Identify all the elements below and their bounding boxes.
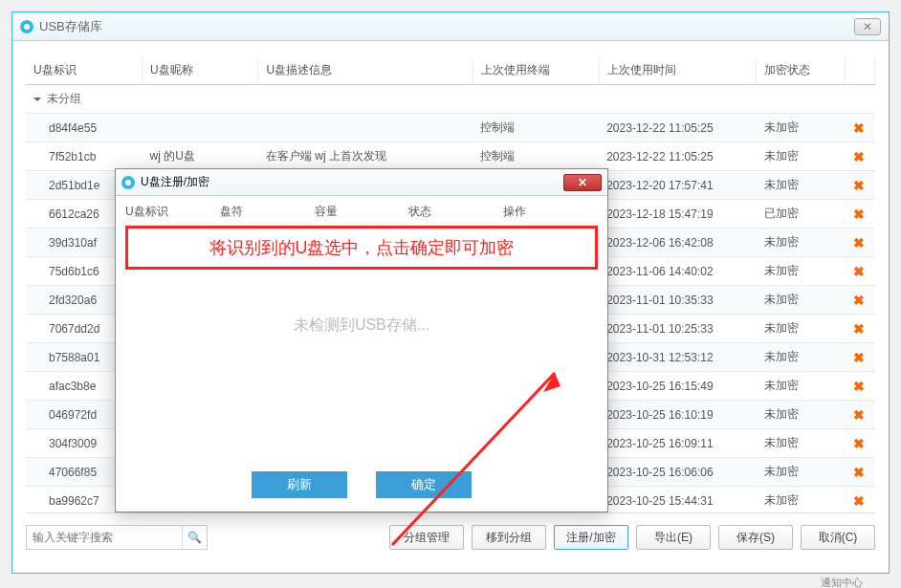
app-icon <box>20 20 33 33</box>
cell-term: 控制端 <box>472 142 599 171</box>
col-term[interactable]: 上次使用终端 <box>472 56 599 85</box>
group-label: 未分组 <box>47 92 81 105</box>
col-enc[interactable]: 加密状态 <box>757 56 846 85</box>
cell-delete[interactable]: ✖ <box>846 114 875 142</box>
refresh-button[interactable]: 刷新 <box>252 471 347 498</box>
cell-delete[interactable]: ✖ <box>846 171 875 200</box>
dcol-cap: 容量 <box>315 204 409 220</box>
window-title: USB存储库 <box>39 18 102 35</box>
dialog-titlebar: U盘注册/加密 ✕ <box>116 169 607 196</box>
search-input[interactable] <box>27 526 182 549</box>
dialog-columns: U盘标识 盘符 容量 状态 操作 <box>125 200 598 226</box>
cell-nick <box>142 114 257 142</box>
cell-enc: 未加密 <box>757 171 846 200</box>
cell-desc: 在客户端 wj 上首次发现 <box>258 142 472 171</box>
delete-icon[interactable]: ✖ <box>853 465 865 480</box>
cell-enc: 未加密 <box>757 315 846 343</box>
delete-icon[interactable]: ✖ <box>853 207 865 222</box>
table-row[interactable]: d84f4e55控制端2023-12-22 11:05:25未加密✖ <box>26 114 875 142</box>
cell-delete[interactable]: ✖ <box>846 200 875 229</box>
col-action <box>846 56 875 85</box>
dialog-title: U盘注册/加密 <box>141 174 209 190</box>
col-id[interactable]: U盘标识 <box>26 56 142 85</box>
cell-delete[interactable]: ✖ <box>846 401 875 429</box>
cell-delete[interactable]: ✖ <box>846 372 875 401</box>
dialog-buttons: 刷新 确定 <box>116 471 607 498</box>
move-group-button[interactable]: 移到分组 <box>472 525 546 550</box>
register-encrypt-dialog: U盘注册/加密 ✕ U盘标识 盘符 容量 状态 操作 将识别到的U盘选中，点击确… <box>115 168 608 512</box>
cell-enc: 未加密 <box>757 401 846 429</box>
search-icon[interactable]: 🔍 <box>182 526 207 549</box>
delete-icon[interactable]: ✖ <box>853 149 865 164</box>
delete-icon[interactable]: ✖ <box>853 379 865 394</box>
cell-time: 2023-12-06 16:42:08 <box>599 229 757 257</box>
cell-enc: 未加密 <box>757 429 846 458</box>
delete-icon[interactable]: ✖ <box>853 436 865 451</box>
cell-time: 2023-11-01 10:35:33 <box>599 286 757 315</box>
cell-delete[interactable]: ✖ <box>846 286 875 315</box>
cell-enc: 未加密 <box>757 487 846 514</box>
delete-icon[interactable]: ✖ <box>853 321 865 337</box>
notification-center[interactable]: 通知中心 <box>821 576 863 588</box>
cell-time: 2023-11-01 10:25:33 <box>599 315 757 343</box>
cell-enc: 未加密 <box>757 257 846 286</box>
col-nick[interactable]: U盘昵称 <box>142 56 257 85</box>
cell-enc: 未加密 <box>757 458 846 487</box>
cell-delete[interactable]: ✖ <box>846 343 875 372</box>
export-button[interactable]: 导出(E) <box>636 525 711 550</box>
cell-time: 2023-12-22 11:05:25 <box>599 142 757 171</box>
search-box: 🔍 <box>26 525 208 550</box>
save-button[interactable]: 保存(S) <box>718 525 793 550</box>
window-close-button[interactable]: ✕ <box>854 18 881 35</box>
cell-enc: 未加密 <box>757 114 846 142</box>
delete-icon[interactable]: ✖ <box>853 293 865 308</box>
expand-icon <box>33 98 41 101</box>
cell-time: 2023-10-25 16:15:49 <box>599 372 757 401</box>
cell-delete[interactable]: ✖ <box>846 315 875 343</box>
delete-icon[interactable]: ✖ <box>853 264 865 279</box>
cell-time: 2023-12-18 15:47:19 <box>599 200 757 229</box>
dcol-op: 操作 <box>503 204 598 220</box>
cell-time: 2023-10-25 15:44:31 <box>599 487 757 514</box>
dcol-id: U盘标识 <box>125 204 220 220</box>
cell-delete[interactable]: ✖ <box>846 487 875 514</box>
dcol-drive: 盘符 <box>220 204 315 220</box>
instruction-callout: 将识别到的U盘选中，点击确定即可加密 <box>125 226 598 270</box>
cell-enc: 未加密 <box>757 372 846 401</box>
delete-icon[interactable]: ✖ <box>853 407 865 423</box>
cell-enc: 未加密 <box>757 343 846 372</box>
col-time[interactable]: 上次使用时间 <box>599 56 757 85</box>
cancel-button[interactable]: 取消(C) <box>801 525 875 550</box>
cell-enc: 未加密 <box>757 229 846 257</box>
dialog-icon <box>121 176 135 189</box>
cell-nick: wj 的U盘 <box>142 142 257 171</box>
table-header-row: U盘标识 U盘昵称 U盘描述信息 上次使用终端 上次使用时间 加密状态 <box>26 56 875 85</box>
col-desc[interactable]: U盘描述信息 <box>258 56 472 85</box>
cell-enc: 未加密 <box>757 142 846 171</box>
delete-icon[interactable]: ✖ <box>853 350 865 365</box>
group-manage-button[interactable]: 分组管理 <box>389 525 464 550</box>
cell-time: 2023-10-25 16:09:11 <box>599 429 757 458</box>
dialog-close-button[interactable]: ✕ <box>563 174 602 191</box>
delete-icon[interactable]: ✖ <box>853 493 865 509</box>
dcol-state: 状态 <box>408 204 503 220</box>
table-row[interactable]: 7f52b1cbwj 的U盘在客户端 wj 上首次发现控制端2023-12-22… <box>26 142 875 171</box>
delete-icon[interactable]: ✖ <box>853 235 865 250</box>
cell-enc: 已加密 <box>757 200 846 229</box>
cell-delete[interactable]: ✖ <box>846 229 875 257</box>
cell-delete[interactable]: ✖ <box>846 257 875 286</box>
cell-delete[interactable]: ✖ <box>846 458 875 487</box>
cell-id: d84f4e55 <box>26 114 142 142</box>
cell-enc: 未加密 <box>757 286 846 315</box>
empty-message: 未检测到USB存储... <box>125 316 598 336</box>
cell-delete[interactable]: ✖ <box>846 429 875 458</box>
register-encrypt-button[interactable]: 注册/加密 <box>554 525 628 550</box>
ok-button[interactable]: 确定 <box>376 471 472 498</box>
delete-icon[interactable]: ✖ <box>853 178 865 193</box>
cell-desc <box>258 114 472 142</box>
delete-icon[interactable]: ✖ <box>853 120 865 136</box>
group-row[interactable]: 未分组 <box>26 85 875 114</box>
cell-time: 2023-12-22 11:05:25 <box>599 114 757 142</box>
cell-time: 2023-10-31 12:53:12 <box>599 343 757 372</box>
cell-delete[interactable]: ✖ <box>846 142 875 171</box>
